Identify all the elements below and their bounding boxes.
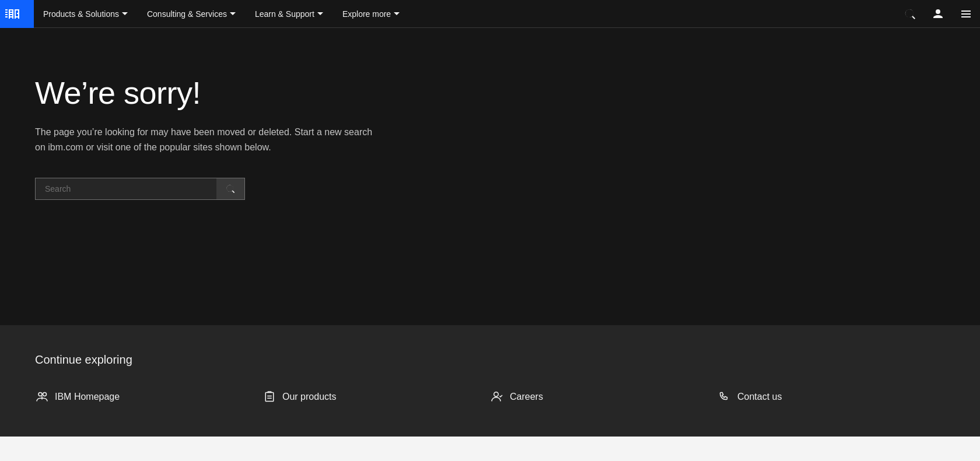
footer: Products & Solutions Learn about Popular… xyxy=(0,437,980,461)
nav-learn-support[interactable]: Learn & Support xyxy=(246,0,333,27)
svg-rect-8 xyxy=(9,9,10,19)
hero-search-button[interactable] xyxy=(216,178,244,199)
nav-links: Products & Solutions Consulting & Servic… xyxy=(34,0,896,27)
continue-section: Continue exploring IBM Homepage Our prod… xyxy=(0,325,980,437)
svg-rect-15 xyxy=(18,14,19,19)
explore-careers[interactable]: Careers xyxy=(490,385,718,409)
svg-rect-14 xyxy=(18,9,19,14)
svg-rect-16 xyxy=(961,10,971,12)
svg-rect-18 xyxy=(961,16,971,17)
user-nav-button[interactable] xyxy=(924,0,952,28)
svg-rect-22 xyxy=(265,393,274,402)
error-heading: We’re sorry! xyxy=(35,75,945,111)
svg-point-20 xyxy=(43,393,47,396)
hero-search-box xyxy=(35,178,245,200)
explore-our-products[interactable]: Our products xyxy=(262,385,490,409)
explore-grid: IBM Homepage Our products Careers C xyxy=(35,385,945,409)
menu-nav-button[interactable] xyxy=(952,0,980,28)
svg-rect-1 xyxy=(5,12,8,13)
continue-heading: Continue exploring xyxy=(35,353,945,367)
nav-explore-more[interactable]: Explore more xyxy=(333,0,410,27)
svg-rect-17 xyxy=(961,13,971,15)
main-nav: Products & Solutions Consulting & Servic… xyxy=(0,0,980,28)
svg-rect-0 xyxy=(5,9,8,10)
hero-search-input[interactable] xyxy=(36,178,216,199)
nav-products-solutions[interactable]: Products & Solutions xyxy=(34,0,138,27)
explore-ibm-homepage[interactable]: IBM Homepage xyxy=(35,385,262,409)
search-nav-button[interactable] xyxy=(896,0,924,28)
error-body: The page you’re looking for may have bee… xyxy=(35,125,373,154)
ibm-logo[interactable] xyxy=(0,0,34,28)
svg-point-25 xyxy=(494,392,499,397)
hero-section: We’re sorry! The page you’re looking for… xyxy=(0,28,980,325)
svg-rect-9 xyxy=(12,9,13,19)
svg-point-19 xyxy=(38,393,42,396)
nav-right-icons xyxy=(896,0,980,27)
nav-consulting-services[interactable]: Consulting & Services xyxy=(138,0,246,27)
svg-rect-3 xyxy=(5,16,8,17)
svg-rect-12 xyxy=(15,9,16,19)
explore-contact-us[interactable]: Contact us xyxy=(718,385,945,409)
svg-rect-2 xyxy=(5,14,8,15)
